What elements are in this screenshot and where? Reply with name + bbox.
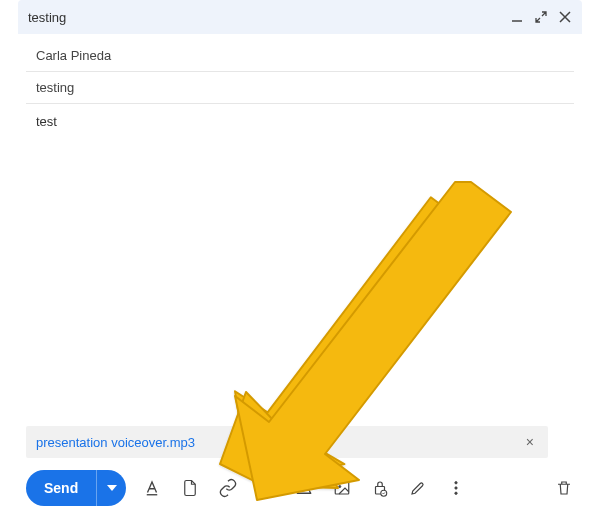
body-text: test bbox=[36, 114, 57, 129]
attachment-chip[interactable]: presentation voiceover.mp3 × bbox=[26, 426, 548, 458]
subject-field[interactable]: testing bbox=[26, 72, 574, 104]
send-button[interactable]: Send bbox=[26, 470, 96, 506]
window-controls bbox=[510, 10, 572, 24]
svg-point-11 bbox=[455, 487, 457, 489]
minimize-icon[interactable] bbox=[510, 10, 524, 24]
compose-header: testing bbox=[18, 0, 582, 34]
annotation-arrow-overlay bbox=[203, 180, 523, 510]
svg-marker-13 bbox=[280, 190, 501, 456]
send-button-group: Send bbox=[26, 470, 126, 506]
expand-icon[interactable] bbox=[534, 10, 548, 24]
compose-title: testing bbox=[28, 10, 510, 25]
insert-signature-icon[interactable] bbox=[408, 478, 428, 498]
compose-window: testing Carla Pineda testing test presen… bbox=[18, 0, 582, 518]
compose-toolbar: Send bbox=[26, 466, 574, 510]
insert-photo-icon[interactable] bbox=[332, 478, 352, 498]
svg-point-3 bbox=[263, 486, 265, 488]
formatting-icons bbox=[142, 478, 466, 498]
confidential-mode-icon[interactable] bbox=[370, 478, 390, 498]
attachment-filename: presentation voiceover.mp3 bbox=[36, 435, 522, 450]
to-field[interactable]: Carla Pineda bbox=[26, 40, 574, 72]
close-icon[interactable] bbox=[558, 10, 572, 24]
insert-link-icon[interactable] bbox=[218, 478, 238, 498]
recipient-chip: Carla Pineda bbox=[36, 48, 111, 63]
remove-attachment-icon[interactable]: × bbox=[522, 434, 538, 450]
insert-emoji-icon[interactable] bbox=[256, 478, 276, 498]
svg-point-12 bbox=[455, 492, 457, 494]
subject-text: testing bbox=[36, 80, 74, 95]
drive-icon[interactable] bbox=[294, 478, 314, 498]
send-options-button[interactable] bbox=[96, 470, 126, 506]
svg-point-10 bbox=[455, 482, 457, 484]
svg-point-7 bbox=[339, 485, 341, 487]
attach-file-icon[interactable] bbox=[180, 478, 200, 498]
svg-point-5 bbox=[303, 490, 305, 492]
svg-rect-6 bbox=[335, 482, 349, 494]
more-options-icon[interactable] bbox=[446, 478, 466, 498]
formatting-options-icon[interactable] bbox=[142, 478, 162, 498]
svg-point-4 bbox=[268, 486, 270, 488]
svg-point-2 bbox=[259, 481, 273, 495]
discard-draft-icon[interactable] bbox=[554, 478, 574, 498]
message-body[interactable]: test bbox=[18, 104, 582, 139]
